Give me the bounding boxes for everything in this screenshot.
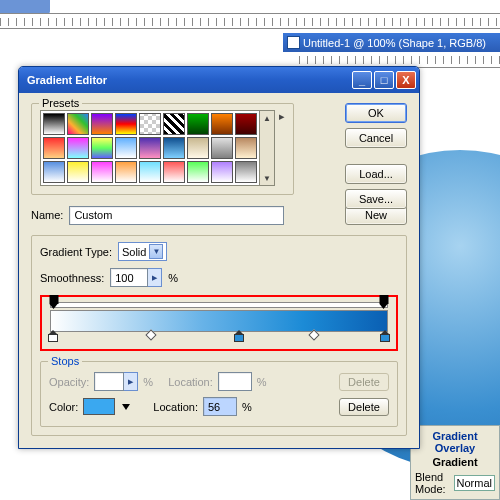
percent-label-4: % bbox=[242, 401, 252, 413]
opacity-value bbox=[94, 372, 124, 391]
smoothness-value[interactable] bbox=[110, 268, 148, 287]
scroll-down-icon[interactable]: ▼ bbox=[260, 171, 274, 185]
color-stop-1[interactable] bbox=[48, 330, 58, 342]
preset-swatch[interactable] bbox=[211, 161, 233, 183]
document-titlebar[interactable]: Untitled-1 @ 100% (Shape 1, RGB/8) bbox=[283, 33, 500, 52]
opacity-stop-left[interactable] bbox=[50, 295, 59, 304]
smoothness-input[interactable]: ▶ bbox=[110, 268, 162, 287]
document-window: Untitled-1 @ 100% (Shape 1, RGB/8) bbox=[283, 33, 500, 52]
gradient-overlay-subtitle: Gradient bbox=[415, 456, 495, 468]
preset-swatch[interactable] bbox=[235, 113, 257, 135]
gradient-preview-bar[interactable] bbox=[50, 310, 388, 332]
chevron-down-icon: ▼ bbox=[149, 244, 163, 259]
preset-swatch[interactable] bbox=[187, 161, 209, 183]
name-input[interactable] bbox=[69, 206, 284, 225]
preset-swatch[interactable] bbox=[91, 137, 113, 159]
gradient-editor-dialog: Gradient Editor _ □ X OK Cancel Load... … bbox=[18, 66, 420, 449]
blend-mode-label: Blend Mode: bbox=[415, 471, 452, 495]
document-title-text: Untitled-1 @ 100% (Shape 1, RGB/8) bbox=[303, 37, 486, 49]
ruler-horizontal-top bbox=[0, 13, 500, 29]
preset-swatch[interactable] bbox=[43, 113, 65, 135]
gradient-bar-highlighted bbox=[40, 295, 398, 351]
preset-swatch[interactable] bbox=[163, 113, 185, 135]
preset-swatch[interactable] bbox=[187, 137, 209, 159]
preset-swatch[interactable] bbox=[43, 161, 65, 183]
preset-swatch[interactable] bbox=[235, 137, 257, 159]
preset-swatch[interactable] bbox=[235, 161, 257, 183]
opacity-delete-button: Delete bbox=[339, 373, 389, 391]
dialog-title-text: Gradient Editor bbox=[27, 74, 350, 86]
color-label: Color: bbox=[49, 401, 78, 413]
preset-swatch[interactable] bbox=[115, 161, 137, 183]
preset-grid bbox=[40, 110, 260, 186]
color-location-label: Location: bbox=[153, 401, 198, 413]
dialog-titlebar[interactable]: Gradient Editor _ □ X bbox=[19, 67, 419, 93]
stops-label: Stops bbox=[48, 355, 82, 367]
name-label: Name: bbox=[31, 209, 63, 221]
gradient-type-value: Solid bbox=[122, 246, 146, 258]
opacity-label: Opacity: bbox=[49, 376, 89, 388]
percent-label-3: % bbox=[257, 376, 267, 388]
preset-scrollbar[interactable]: ▲ ▼ bbox=[260, 110, 275, 186]
preset-swatch[interactable] bbox=[67, 161, 89, 183]
preset-swatch[interactable] bbox=[139, 161, 161, 183]
opacity-stop-right[interactable] bbox=[379, 295, 388, 304]
preset-swatch[interactable] bbox=[91, 113, 113, 135]
preset-swatch[interactable] bbox=[67, 113, 89, 135]
opacity-stop-track[interactable] bbox=[50, 302, 388, 308]
gradient-overlay-panel: Gradient Overlay Gradient Blend Mode: No… bbox=[410, 425, 500, 500]
percent-label-2: % bbox=[143, 376, 153, 388]
preset-swatch[interactable] bbox=[211, 113, 233, 135]
blend-mode-value: Normal bbox=[457, 477, 492, 489]
color-delete-button[interactable]: Delete bbox=[339, 398, 389, 416]
cancel-button[interactable]: Cancel bbox=[345, 128, 407, 148]
gradient-settings-group: Gradient Type: Solid ▼ Smoothness: ▶ % bbox=[31, 235, 407, 436]
opacity-flyout-icon: ▶ bbox=[124, 372, 138, 391]
preset-swatch[interactable] bbox=[139, 137, 161, 159]
color-stop-3[interactable] bbox=[380, 330, 390, 342]
gradient-type-label: Gradient Type: bbox=[40, 246, 112, 258]
window-minimize-button[interactable]: _ bbox=[352, 71, 372, 89]
presets-label: Presets bbox=[39, 97, 82, 109]
color-stop-2[interactable] bbox=[234, 330, 244, 342]
preset-swatch[interactable] bbox=[163, 137, 185, 159]
save-button[interactable]: Save... bbox=[345, 189, 407, 209]
preset-swatch[interactable] bbox=[91, 161, 113, 183]
color-location-input[interactable] bbox=[203, 397, 237, 416]
color-well[interactable] bbox=[83, 398, 115, 415]
opacity-input: ▶ bbox=[94, 372, 138, 391]
preset-swatch[interactable] bbox=[115, 113, 137, 135]
percent-label: % bbox=[168, 272, 178, 284]
stops-group: Stops Opacity: ▶ % Location: % Delete Co… bbox=[40, 361, 398, 427]
preset-swatch[interactable] bbox=[187, 113, 209, 135]
document-icon bbox=[287, 36, 300, 49]
gradient-overlay-title: Gradient Overlay bbox=[415, 430, 495, 454]
window-maximize-button[interactable]: □ bbox=[374, 71, 394, 89]
color-stop-track[interactable] bbox=[50, 333, 388, 339]
preset-flyout-icon[interactable]: ▸ bbox=[279, 110, 285, 123]
preset-swatch[interactable] bbox=[67, 137, 89, 159]
opacity-location-label: Location: bbox=[168, 376, 213, 388]
preset-swatch[interactable] bbox=[163, 161, 185, 183]
ok-button[interactable]: OK bbox=[345, 103, 407, 123]
presets-group: Presets ▲ ▼ ▸ bbox=[31, 103, 294, 195]
window-close-button[interactable]: X bbox=[396, 71, 416, 89]
preset-swatch[interactable] bbox=[211, 137, 233, 159]
color-flyout-icon[interactable] bbox=[122, 404, 130, 410]
scroll-up-icon[interactable]: ▲ bbox=[260, 111, 274, 125]
opacity-location-input bbox=[218, 372, 252, 391]
preset-swatch[interactable] bbox=[115, 137, 137, 159]
smoothness-label: Smoothness: bbox=[40, 272, 104, 284]
preset-swatch[interactable] bbox=[139, 113, 161, 135]
preset-swatch[interactable] bbox=[43, 137, 65, 159]
smoothness-flyout-icon[interactable]: ▶ bbox=[148, 268, 162, 287]
gradient-type-select[interactable]: Solid ▼ bbox=[118, 242, 167, 261]
blend-mode-select[interactable]: Normal bbox=[454, 475, 495, 491]
load-button[interactable]: Load... bbox=[345, 164, 407, 184]
